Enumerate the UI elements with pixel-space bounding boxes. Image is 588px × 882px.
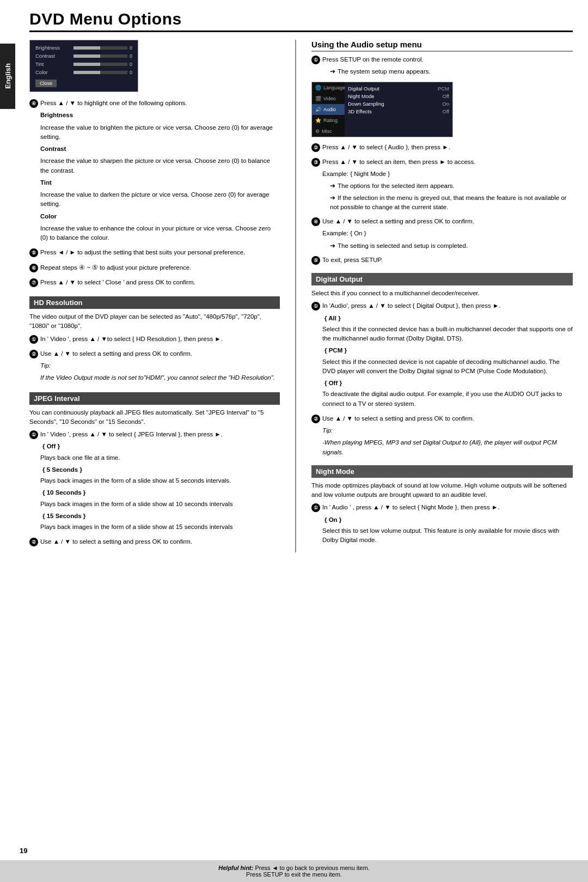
rating-icon: ⭐ bbox=[315, 118, 321, 123]
contrast-description: Increase the value to sharpen the pictur… bbox=[40, 156, 280, 175]
hd-resolution-desc: The video output of the DVD player can b… bbox=[29, 312, 280, 331]
contrast-heading: Contrast bbox=[40, 144, 280, 154]
hd-step-2-content: Use ▲ / ▼ to select a setting and press … bbox=[40, 349, 280, 386]
close-button-mock: Close bbox=[35, 80, 57, 87]
audio-step-3-number: ③ bbox=[311, 158, 320, 167]
jpeg-step-2: ② Use ▲ / ▼ to select a setting and pres… bbox=[29, 537, 280, 549]
audio-step-3: ③ Press ▲ / ▼ to select an item, then pr… bbox=[311, 157, 573, 214]
audio-example-1: Example: { Night Mode } bbox=[322, 169, 573, 179]
hd-step-1-number: ① bbox=[29, 335, 38, 344]
digital-output-desc: Select this if you connect to a multicha… bbox=[311, 289, 573, 298]
menu-main: Digital Output PCM Night Mode Off Down S… bbox=[345, 82, 452, 119]
sidebar-rating: ⭐ Rating bbox=[312, 115, 345, 126]
brightness-bar bbox=[74, 46, 127, 50]
audio-step-1-content: Press SETUP on the remote control. The s… bbox=[322, 55, 573, 79]
step-5-number: ⑤ bbox=[29, 248, 38, 257]
brightness-description: Increase the value to brighten the pictu… bbox=[40, 123, 280, 142]
audio-label: Audio bbox=[323, 107, 336, 112]
audio-step-1-number: ① bbox=[311, 56, 320, 64]
page-number: 19 bbox=[20, 847, 27, 855]
step-4-text: Press ▲ / ▼ to highlight one of the foll… bbox=[40, 99, 280, 108]
night-step-1-text: In ' Audio ' , press ▲ / ▼ to select { N… bbox=[322, 503, 573, 512]
audio-step-5-number: ⑤ bbox=[311, 256, 320, 265]
color-row: Color 0 bbox=[35, 69, 132, 75]
jpeg-fifteen-label: { 15 Seconds } bbox=[42, 512, 280, 521]
step-5: ⑤ Press ◄ / ► to adjust the setting that… bbox=[29, 248, 280, 260]
video-label: Video bbox=[323, 96, 336, 101]
hd-tip-label: Tip: bbox=[40, 361, 280, 370]
page-container: English DVD Menu Options Brightness 0 Co… bbox=[0, 0, 588, 882]
audio-setup-title: Using the Audio setup menu bbox=[311, 40, 573, 52]
night-step-1: ① In ' Audio ' , press ▲ / ▼ to select {… bbox=[311, 503, 573, 548]
digital-all-desc: Select this if the connected device has … bbox=[322, 325, 573, 344]
contrast-value: 0 bbox=[130, 53, 132, 59]
main-content: DVD Menu Options Brightness 0 Contrast 0 bbox=[20, 0, 588, 574]
right-column: Using the Audio setup menu ① Press SETUP… bbox=[311, 40, 573, 552]
two-col-layout: Brightness 0 Contrast 0 Tint 0 bbox=[29, 40, 573, 552]
jpeg-ten-desc: Plays back images in the form of a slide… bbox=[40, 500, 280, 509]
digital-tip-label: Tip: bbox=[322, 426, 573, 435]
jpeg-step-1-text: In ' Video ', press ▲ / ▼ to select { JP… bbox=[40, 430, 280, 439]
night-mode-row: Night Mode Off bbox=[348, 93, 449, 99]
audio-arrow-note-2: The options for the selected item appear… bbox=[322, 181, 573, 191]
jpeg-step-2-content: Use ▲ / ▼ to select a setting and press … bbox=[40, 537, 280, 549]
hd-resolution-header: HD Resolution bbox=[29, 296, 280, 309]
3d-effects-label: 3D Effects bbox=[348, 108, 372, 114]
hint-bar: Helpful hint: Press ◄ to go back to prev… bbox=[0, 860, 588, 882]
down-sampling-label: Down Sampling bbox=[348, 101, 384, 107]
audio-step-3-content: Press ▲ / ▼ to select an item, then pres… bbox=[322, 157, 573, 214]
audio-step-2-content: Press ▲ / ▼ to select { Audio }, then pr… bbox=[322, 143, 573, 155]
digital-step-1-text: In 'Audio', press ▲ / ▼ to select { Digi… bbox=[322, 301, 573, 311]
digital-off-desc: To deactivate the digital audio output. … bbox=[322, 390, 573, 409]
audio-step-2: ② Press ▲ / ▼ to select { Audio }, then … bbox=[311, 143, 573, 155]
hd-step-1-text: In ' Video ', press ▲ / ▼to select { HD … bbox=[40, 334, 280, 344]
contrast-bar bbox=[74, 54, 127, 58]
hd-step-2-text: Use ▲ / ▼ to select a setting and press … bbox=[40, 349, 280, 358]
digital-step-2-content: Use ▲ / ▼ to select a setting and press … bbox=[322, 414, 573, 460]
night-mode-menu-value: Off bbox=[443, 93, 450, 99]
night-mode-menu-label: Night Mode bbox=[348, 93, 375, 99]
tint-label: Tint bbox=[35, 61, 74, 67]
digital-pcm-label: { PCM } bbox=[324, 346, 573, 355]
jpeg-five-label: { 5 Seconds } bbox=[42, 465, 280, 475]
digital-step-2: ② Use ▲ / ▼ to select a setting and pres… bbox=[311, 414, 573, 460]
jpeg-fifteen-desc: Plays back images in the form of a slide… bbox=[40, 522, 280, 532]
hd-step-2: ② Use ▲ / ▼ to select a setting and pres… bbox=[29, 349, 280, 386]
audio-step-3-text: Press ▲ / ▼ to select an item, then pres… bbox=[322, 157, 573, 167]
jpeg-off-desc: Plays back one file at a time. bbox=[40, 453, 280, 463]
language-icon: 🌐 bbox=[315, 85, 321, 90]
brightness-heading: Brightness bbox=[40, 111, 280, 120]
digital-output-menu-label: Digital Output bbox=[348, 86, 379, 92]
audio-example-2: Example: { On } bbox=[322, 229, 573, 238]
digital-pcm-desc: Select this if the connected device is n… bbox=[322, 357, 573, 376]
tint-description: Increase the value to darken the picture… bbox=[40, 190, 280, 209]
hint-bold: Helpful hint: bbox=[218, 865, 253, 871]
page-title: DVD Menu Options bbox=[29, 10, 573, 32]
digital-step-1-number: ① bbox=[311, 302, 320, 311]
down-sampling-value: On bbox=[442, 101, 449, 107]
3d-effects-row: 3D Effects Off bbox=[348, 108, 449, 114]
color-value: 0 bbox=[130, 70, 132, 75]
step-6-content: Repeat steps ④ ~ ⑤ to adjust your pictur… bbox=[40, 263, 280, 275]
brightness-value: 0 bbox=[130, 45, 132, 51]
sidebar-misc: ⚙ Misc bbox=[312, 126, 345, 137]
menu-sidebar: 🌐 Language 🎬 Video 🔊 Audio ⭐ bbox=[312, 82, 345, 137]
audio-arrow-note-3: If the selection in the menu is greyed o… bbox=[322, 193, 573, 212]
color-bar bbox=[74, 71, 127, 74]
night-on-label: { On } bbox=[324, 515, 573, 525]
hd-step-1-content: In ' Video ', press ▲ / ▼to select { HD … bbox=[40, 334, 280, 346]
digital-output-menu-value: PCM bbox=[438, 86, 449, 92]
digital-output-row: Digital Output PCM bbox=[348, 86, 449, 92]
audio-step-1: ① Press SETUP on the remote control. The… bbox=[311, 55, 573, 79]
jpeg-five-desc: Plays back images in the form of a slide… bbox=[40, 476, 280, 485]
digital-off-label: { Off } bbox=[324, 379, 573, 388]
audio-step-4-text: Use ▲ / ▼ to select a setting and press … bbox=[322, 217, 573, 226]
step-6-number: ⑥ bbox=[29, 264, 38, 272]
digital-all-label: { All } bbox=[324, 314, 573, 323]
hint-text-1: Press ◄ to go back to previous menu item… bbox=[255, 865, 370, 871]
audio-step-4: ④ Use ▲ / ▼ to select a setting and pres… bbox=[311, 217, 573, 253]
step-5-text: Press ◄ / ► to adjust the setting that b… bbox=[40, 248, 280, 257]
digital-tip-text: -When playing MPEG, MP3 and set Digital … bbox=[322, 438, 573, 457]
night-mode-desc: This mode optimizes playback of sound at… bbox=[311, 481, 573, 500]
audio-arrow-note-4: The setting is selected and setup is com… bbox=[322, 241, 573, 251]
